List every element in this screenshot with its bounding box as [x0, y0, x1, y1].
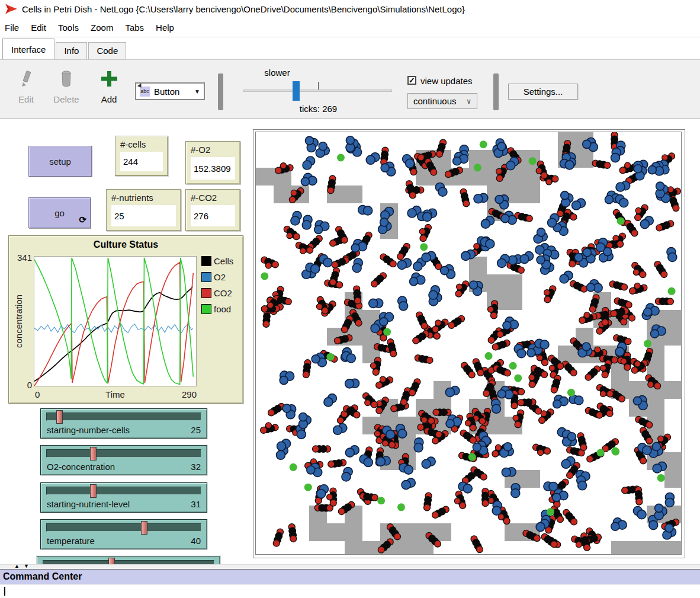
edit-widget-button[interactable]: Edit: [13, 69, 39, 104]
add-label: Add: [96, 94, 122, 104]
slider-o2-concentration: O2-concentration32: [40, 445, 207, 475]
menu-tabs[interactable]: Tabs: [119, 23, 150, 33]
slider-handle[interactable]: [56, 410, 63, 424]
slider-clipped: [37, 556, 220, 564]
slider-value: 31: [191, 499, 201, 509]
tab-code[interactable]: Code: [88, 42, 126, 59]
trash-icon: [60, 69, 73, 88]
view-updates-label: view updates: [420, 76, 473, 86]
monitor-nutrients: #-nutrients 25: [106, 189, 181, 231]
slider-starting-number-cells: starting-number-cells25: [40, 408, 207, 439]
command-center-header[interactable]: Command Center: [0, 569, 700, 584]
netlogo-window: Cells in Petri Dish - NetLogo {C:\Users\…: [0, 0, 700, 598]
dropdown-caret-icon: ▼: [194, 88, 200, 95]
legend-item-cells: Cells: [201, 253, 233, 269]
delete-widget-button[interactable]: Delete: [50, 69, 83, 104]
plot-canvas: [34, 257, 196, 386]
speed-slider-tick: [318, 82, 319, 89]
plot-ylabel: concentration: [14, 274, 23, 369]
plot-title: Culture Status: [9, 239, 243, 250]
go-button-label: go: [54, 208, 65, 218]
slider-handle[interactable]: [90, 484, 97, 498]
slider-label: starting-number-cells: [47, 425, 130, 435]
toolbar-separator: [218, 73, 223, 110]
pencil-icon: [19, 69, 33, 88]
monitor-o2-label: #-O2: [191, 145, 235, 155]
interface-canvas: setup go ⟳ #-cells 244 #-O2 152.3809 #-n…: [0, 119, 700, 564]
speed-slider-handle[interactable]: [293, 81, 300, 101]
speed-slider-track[interactable]: [243, 89, 392, 92]
chevron-down-icon: ∨: [466, 97, 471, 105]
widget-type-dropdown[interactable]: abc Button ▼: [135, 82, 205, 100]
slider-starting-nutrient-level: starting-nutrient-level31: [40, 482, 207, 513]
menu-edit[interactable]: Edit: [25, 23, 52, 33]
command-center-divider[interactable]: ▲ ▼: [0, 564, 700, 569]
toolbar: Edit Delete Add abc Button ▼ slower tick: [0, 59, 700, 119]
slider-track[interactable]: [46, 523, 201, 532]
slider-handle[interactable]: [108, 558, 115, 564]
divider-down-arrow-icon[interactable]: ▼: [24, 564, 29, 569]
slider-track[interactable]: [46, 412, 201, 421]
menu-help[interactable]: Help: [150, 23, 180, 33]
tab-info[interactable]: Info: [56, 42, 87, 59]
add-widget-button[interactable]: Add: [96, 69, 122, 104]
legend-label-cells: Cells: [214, 256, 233, 266]
text-cursor: [4, 587, 5, 596]
world-view[interactable]: [253, 129, 685, 558]
world-view-canvas: [255, 132, 682, 555]
menu-file[interactable]: File: [0, 23, 25, 33]
legend-label-co2: CO2: [214, 288, 232, 298]
legend-item-co2: CO2: [201, 285, 233, 301]
view-updates-checkbox[interactable]: ✓: [407, 76, 416, 85]
monitor-co2-value: 276: [191, 205, 235, 226]
menu-tools[interactable]: Tools: [52, 23, 85, 33]
speed-slider-label: slower: [253, 68, 301, 78]
plot-area: [34, 256, 197, 386]
legend-item-o2: O2: [201, 269, 233, 285]
legend-swatch-food: [201, 304, 211, 314]
update-mode-dropdown[interactable]: continuous ∨: [407, 93, 477, 109]
slider-label: starting-nutrient-level: [47, 499, 130, 509]
monitor-o2: #-O2 152.3809: [185, 141, 240, 184]
slider-handle[interactable]: [141, 521, 147, 535]
toolbar-separator: [493, 73, 499, 110]
menu-zoom[interactable]: Zoom: [85, 23, 119, 33]
widget-type-value: Button: [154, 87, 179, 97]
slider-value: 40: [191, 536, 201, 546]
monitor-co2-label: #-CO2: [191, 193, 235, 203]
go-button[interactable]: go ⟳: [28, 197, 91, 228]
slider-handle[interactable]: [90, 447, 97, 461]
plus-icon: [101, 69, 117, 88]
netlogo-logo-icon: [5, 3, 18, 15]
update-mode-value: continuous: [413, 96, 457, 106]
plot-ymin-label: 0: [10, 380, 32, 390]
command-center-title: Command Center: [3, 571, 82, 581]
slider-track[interactable]: [43, 560, 214, 564]
legend-swatch-cells: [201, 256, 211, 266]
monitor-o2-value: 152.3809: [191, 157, 235, 180]
legend-swatch-o2: [201, 272, 211, 282]
settings-button[interactable]: Settings...: [508, 84, 578, 100]
plot-legend: Cells O2 CO2 food: [201, 253, 233, 317]
command-input[interactable]: [0, 585, 700, 598]
slider-label: temperature: [47, 536, 95, 546]
tab-interface[interactable]: Interface: [2, 39, 54, 59]
divider-up-arrow-icon[interactable]: ▲: [14, 564, 20, 569]
plot-xmax-label: 290: [182, 389, 197, 399]
edit-label: Edit: [13, 94, 39, 104]
ticks-counter: ticks: 269: [284, 104, 352, 114]
monitor-co2: #-CO2 276: [185, 189, 240, 231]
slider-label: O2-concentration: [47, 462, 115, 472]
slider-track[interactable]: [46, 449, 201, 458]
plot-xlabel: Time: [34, 389, 197, 399]
plot-ymax-label: 341: [10, 252, 32, 263]
slider-value: 25: [191, 425, 201, 435]
delete-label: Delete: [50, 94, 83, 104]
slider-value: 32: [191, 462, 201, 472]
setup-button-label: setup: [49, 156, 71, 167]
slider-temperature: temperature40: [40, 519, 207, 549]
monitor-cells-label: #-cells: [120, 139, 163, 149]
setup-button[interactable]: setup: [28, 146, 92, 177]
menu-bar: File Edit Tools Zoom Tabs Help: [0, 18, 700, 37]
slider-track[interactable]: [46, 487, 201, 495]
